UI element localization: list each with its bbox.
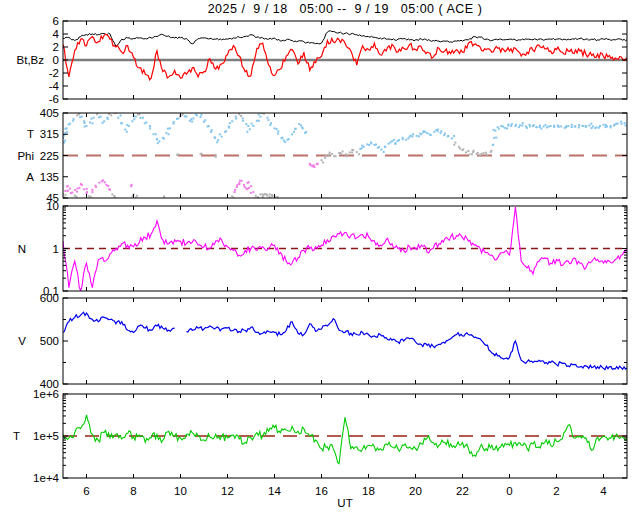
phi-sector-panel-point bbox=[529, 125, 531, 127]
phi-sector-panel-point bbox=[200, 153, 202, 155]
phi-sector-panel-point bbox=[235, 116, 237, 118]
phi-sector-panel-point bbox=[494, 130, 496, 132]
phi-sector-panel-point bbox=[366, 143, 368, 145]
phi-sector-panel-ytick-label: 405 bbox=[40, 107, 59, 119]
phi-sector-panel-point bbox=[440, 132, 442, 134]
phi-sector-panel-point bbox=[526, 127, 528, 129]
phi-sector-panel-point bbox=[131, 120, 133, 122]
phi-sector-panel-point bbox=[331, 153, 333, 155]
phi-sector-panel-point bbox=[378, 146, 380, 148]
phi-sector-panel-point bbox=[239, 180, 241, 182]
phi-sector-panel-point bbox=[536, 126, 538, 128]
phi-sector-panel-point bbox=[266, 194, 268, 196]
phi-sector-panel-point bbox=[66, 131, 68, 133]
speed-panel-ytick-label: 600 bbox=[40, 292, 59, 304]
temperature-panel-frame bbox=[63, 394, 627, 478]
phi-sector-panel-point bbox=[543, 125, 545, 127]
phi-sector-panel-point bbox=[391, 140, 393, 142]
x-tick-label: 12 bbox=[221, 485, 234, 497]
phi-sector-panel-point bbox=[217, 139, 219, 141]
phi-sector-panel-point bbox=[590, 123, 592, 125]
phi-sector-panel-point bbox=[240, 115, 242, 117]
phi-sector-panel-point bbox=[251, 123, 253, 125]
phi-sector-panel-point bbox=[262, 194, 264, 196]
phi-sector-panel-point bbox=[120, 114, 122, 116]
phi-sector-panel-point bbox=[117, 117, 119, 119]
phi-sector-panel-point bbox=[389, 141, 391, 143]
phi-sector-panel-point bbox=[64, 190, 66, 192]
phi-sector-panel-point bbox=[219, 133, 221, 135]
phi-sector-panel-point bbox=[351, 149, 353, 151]
phi-sector-panel-point bbox=[106, 117, 108, 119]
phi-sector-panel-point bbox=[519, 124, 521, 126]
phi-sector-panel-point bbox=[588, 125, 590, 127]
mag-field-panel-ytick-label: -2 bbox=[49, 67, 59, 79]
phi-sector-panel-point bbox=[72, 120, 74, 122]
phi-sector-panel-point bbox=[242, 120, 244, 122]
phi-sector-panel-point bbox=[64, 128, 66, 130]
phi-sector-panel-point bbox=[241, 180, 243, 182]
phi-sector-panel-point bbox=[416, 135, 418, 137]
phi-sector-panel-point bbox=[486, 154, 488, 156]
phi-sector-panel-point bbox=[275, 128, 277, 130]
phi-sector-panel-point bbox=[271, 194, 273, 196]
phi-sector-panel-point bbox=[131, 184, 133, 186]
phi-sector-panel-point bbox=[402, 138, 404, 140]
phi-sector-panel-point bbox=[495, 137, 497, 139]
phi-sector-panel-point bbox=[76, 191, 78, 193]
phi-sector-panel-point bbox=[594, 127, 596, 129]
phi-sector-panel-point bbox=[558, 126, 560, 128]
phi-sector-panel-point bbox=[267, 119, 269, 121]
phi-sector-panel-point bbox=[210, 131, 212, 133]
phi-sector-panel-point bbox=[387, 143, 389, 145]
phi-sector-panel-point bbox=[510, 125, 512, 127]
x-axis-label: UT bbox=[63, 497, 627, 509]
phi-sector-panel-point bbox=[405, 139, 407, 141]
phi-sector-panel-point bbox=[571, 124, 573, 126]
phi-sector-panel-point bbox=[168, 133, 170, 135]
phi-sector-panel-point bbox=[93, 117, 95, 119]
phi-sector-panel-ytick-label: 315 bbox=[40, 128, 59, 140]
phi-sector-panel-point bbox=[108, 188, 110, 190]
phi-sector-panel-point bbox=[66, 185, 68, 187]
phi-sector-panel-point bbox=[565, 126, 567, 128]
phi-sector-panel-param-label-t: T bbox=[27, 128, 34, 140]
phi-sector-panel-point bbox=[89, 121, 91, 123]
phi-sector-panel-point bbox=[135, 116, 137, 118]
phi-sector-panel-point bbox=[440, 130, 442, 132]
phi-sector-panel-point bbox=[78, 187, 80, 189]
phi-sector-panel-point bbox=[479, 155, 481, 157]
phi-sector-panel-point bbox=[333, 155, 335, 157]
phi-sector-panel-point bbox=[340, 153, 342, 155]
phi-sector-panel-point bbox=[301, 126, 303, 128]
phi-sector-panel-point bbox=[184, 115, 186, 117]
phi-sector-panel-point bbox=[91, 122, 93, 124]
phi-sector-panel-point bbox=[443, 134, 445, 136]
phi-sector-panel-point bbox=[437, 129, 439, 131]
x-tick-label: 22 bbox=[456, 485, 469, 497]
phi-sector-panel-point bbox=[90, 196, 92, 198]
phi-sector-panel-point bbox=[155, 133, 157, 135]
phi-sector-panel-point bbox=[604, 126, 606, 128]
phi-sector-panel-point bbox=[255, 195, 257, 197]
phi-sector-panel-point bbox=[252, 125, 254, 127]
phi-sector-panel-point bbox=[84, 126, 86, 128]
density-panel-ytick-label: 1 bbox=[53, 243, 59, 255]
phi-sector-panel-point bbox=[266, 117, 268, 119]
phi-sector-panel-point bbox=[74, 189, 76, 191]
phi-sector-panel-point bbox=[485, 152, 487, 154]
phi-sector-panel-point bbox=[236, 186, 238, 188]
phi-sector-panel-point bbox=[152, 133, 154, 135]
phi-sector-panel-point bbox=[349, 151, 351, 153]
x-tick-label: 6 bbox=[83, 485, 89, 497]
phi-sector-panel-point bbox=[243, 184, 245, 186]
phi-sector-panel-point bbox=[407, 137, 409, 139]
phi-sector-panel-point bbox=[178, 117, 180, 119]
phi-sector-panel-point bbox=[345, 153, 347, 155]
mag-field-panel-ytick-label: 0 bbox=[53, 54, 59, 66]
phi-sector-panel-point bbox=[361, 147, 363, 149]
phi-sector-panel-point bbox=[598, 127, 600, 129]
phi-sector-panel-point bbox=[250, 192, 252, 194]
phi-sector-panel-point bbox=[620, 121, 622, 123]
phi-sector-panel-point bbox=[578, 124, 580, 126]
